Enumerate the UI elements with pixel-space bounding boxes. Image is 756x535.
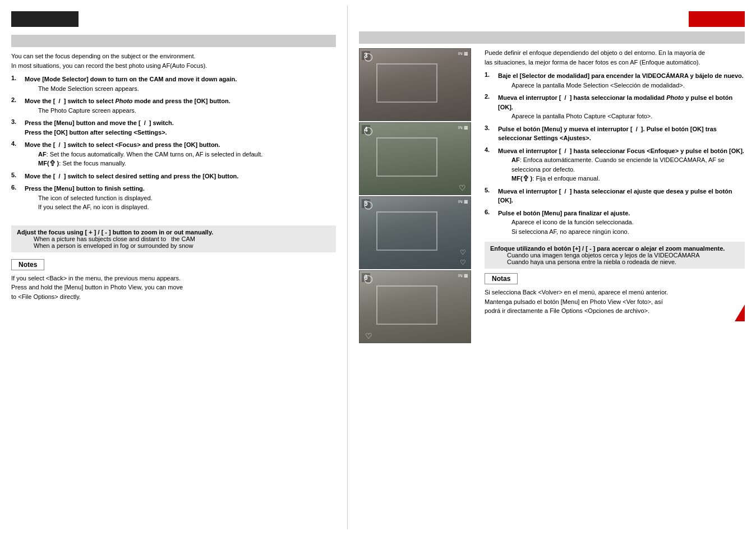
step-sub: Aparece el icono de la función seleccion… [511, 218, 634, 236]
right-zoom-sub1: Cuando una imagen tenga objetos cerca y … [507, 252, 739, 259]
step-content: Mueva el interruptor [ / ] hasta selecci… [498, 146, 745, 183]
list-item: 3. Press the [Menu] button and move the … [11, 118, 336, 137]
camera-icon-top-5: ◯ [364, 200, 373, 209]
step-content: Pulse el botón [Menu] para finalizar el … [498, 209, 634, 237]
step-number: 4. [485, 146, 498, 153]
camera-hud-6: IN ▩ [458, 273, 468, 278]
zoom-note-label: Adjust the focus using [ + ] / [ - ] but… [17, 229, 213, 236]
left-notes-top: Adjust the focus using [ + ] / [ - ] but… [11, 225, 336, 252]
list-item: 1. Baje el [Selector de modalidad] para … [485, 71, 745, 90]
step-number: 1. [11, 75, 25, 81]
camera-image-4: 4 ◯ IN ▩ ♡ [359, 122, 471, 195]
left-notes-section: Notes If you select <Back> in the menu, … [11, 259, 336, 302]
step-number: 5. [11, 172, 25, 178]
list-item: 4. Move the [ / ] switch to select <Focu… [11, 140, 336, 168]
camera-mic-icon-5: ♡ [460, 259, 466, 266]
step-number: 6. [11, 184, 25, 191]
step-sub: AF: Enfoca automáticamente. Cuando se en… [511, 155, 745, 183]
step-sub: AF: Set the focus automatically. When th… [38, 150, 262, 168]
step-content: Mueva el interruptor [ / ] hasta selecci… [498, 187, 745, 205]
step-number: 1. [485, 71, 498, 78]
step-sub: Aparece la pantalla Photo Capture <Captu… [511, 112, 745, 121]
step-content: Pulse el botón [Menu] y mueva el interru… [498, 124, 745, 143]
step-content: Press the [Menu] button to finish settin… [25, 184, 153, 212]
right-intro-text: Puede definir el enfoque dependiendo del… [485, 48, 745, 67]
right-column: 3 ◯ IN ▩ 4 ◯ IN ▩ ♡ 5 [348, 6, 756, 529]
triangle-arrow-icon [735, 305, 745, 321]
left-header-row [11, 11, 336, 31]
list-item: 5. Move the [ / ] switch to select desir… [11, 172, 336, 181]
left-subtitle-bar [11, 35, 336, 47]
camera-image-3: 3 ◯ IN ▩ [359, 48, 471, 121]
camera-icon-top-6: ◯ [364, 274, 373, 283]
step-sub: The Photo Capture screen appears. [38, 106, 231, 116]
step-content: Move [Mode Selector] down to turn on the… [25, 75, 237, 93]
camera-focus-box-4 [376, 137, 437, 177]
step-number: 5. [485, 187, 498, 193]
step-number: 4. [11, 140, 25, 147]
step-number: 2. [11, 96, 25, 103]
camera-bottom-left-6: ♡ [365, 331, 372, 340]
right-steps-list: 1. Baje el [Selector de modalidad] para … [485, 71, 745, 236]
list-item: 5. Mueva el interruptor [ / ] hasta sele… [485, 187, 745, 205]
page-container: You can set the focus depending on the s… [0, 0, 756, 535]
step-content: Mueva el interruptor [ / ] hasta selecci… [498, 93, 745, 121]
camera-icon-top-3: ◯ [364, 52, 373, 61]
right-subtitle-bar [359, 31, 745, 44]
zoom-note-sub2: When a person is enveloped in fog or sur… [34, 242, 330, 249]
notas-text: Si selecciona Back <Volver> en el menú, … [485, 288, 745, 316]
step-content: Move the [ / ] switch to select Photo mo… [25, 96, 231, 115]
right-notas-section: Notas Si selecciona Back <Volver> en el … [485, 273, 745, 316]
step-sub: The Mode Selection screen appears. [38, 84, 237, 94]
camera-hud-5: IN ▩ [458, 199, 468, 204]
camera-image-6: 6 ◯ IN ▩ ♡ [359, 270, 471, 343]
right-section-bar [689, 11, 745, 27]
right-header-row [359, 11, 745, 27]
camera-mic-icon-5b: ♡ [460, 248, 466, 256]
step-content: Press the [Menu] button and move the [ /… [25, 118, 174, 137]
list-item: 6. Pulse el botón [Menu] para finalizar … [485, 209, 745, 237]
left-column: You can set the focus depending on the s… [0, 6, 348, 529]
list-item: 2. Move the [ / ] switch to select Photo… [11, 96, 336, 115]
notes-box-label: Notes [11, 259, 44, 270]
list-item: 3. Pulse el botón [Menu] y mueva el inte… [485, 124, 745, 143]
camera-focus-box-3 [376, 63, 437, 103]
notes-text: If you select <Back> in the menu, the pr… [11, 274, 336, 302]
right-zoom-note: Enfoque utilizando el botón [+] / [ - ] … [485, 242, 745, 269]
right-main-content: 3 ◯ IN ▩ 4 ◯ IN ▩ ♡ 5 [359, 48, 745, 344]
camera-image-5: 5 ◯ IN ▩ ♡ ♡ [359, 196, 471, 269]
step-number: 3. [11, 118, 25, 125]
step-content: Move the [ / ] switch to select desired … [25, 172, 238, 181]
step-number: 2. [485, 93, 498, 100]
left-section-bar [11, 11, 79, 27]
step-content: Baje el [Selector de modalidad] para enc… [498, 71, 744, 90]
list-item: 2. Mueva el interruptor [ / ] hasta sele… [485, 93, 745, 121]
right-zoom-note-bold: Enfoque utilizando el botón [+] / [ - ] … [490, 245, 725, 252]
right-zoom-sub2: Cuando haya una persona entre la niebla … [507, 259, 739, 265]
step-sub: Aparece la pantalla Mode Selection <Sele… [511, 81, 744, 90]
camera-hud-3: IN ▩ [458, 51, 468, 56]
camera-hud-4: IN ▩ [458, 125, 468, 130]
step-number: 6. [485, 209, 498, 215]
list-item: 4. Mueva el interruptor [ / ] hasta sele… [485, 146, 745, 183]
camera-mic-icon-4: ♡ [459, 183, 466, 192]
step-sub: The icon of selected function is display… [38, 193, 153, 212]
left-intro-text: You can set the focus depending on the s… [11, 52, 336, 70]
notas-box-label: Notas [485, 273, 518, 284]
step-content: Move the [ / ] switch to select <Focus> … [25, 140, 262, 168]
step-number: 3. [485, 124, 498, 131]
left-steps-list: 1. Move [Mode Selector] down to turn on … [11, 75, 336, 215]
zoom-note-sub1: When a picture has subjects close and di… [34, 236, 330, 242]
camera-focus-box-6 [376, 285, 437, 325]
camera-focus-box-5 [376, 211, 437, 251]
camera-icon-top-4: ◯ [364, 126, 373, 135]
list-item: 6. Press the [Menu] button to finish set… [11, 184, 336, 212]
cameras-column: 3 ◯ IN ▩ 4 ◯ IN ▩ ♡ 5 [359, 48, 471, 344]
right-text-content: Puede definir el enfoque dependiendo del… [477, 48, 745, 344]
list-item: 1. Move [Mode Selector] down to turn on … [11, 75, 336, 93]
